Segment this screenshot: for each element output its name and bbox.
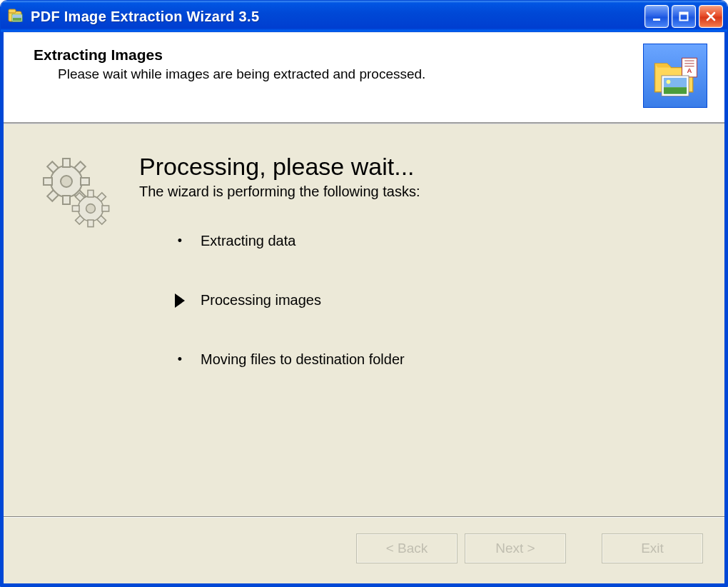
application-window: PDF Image Extraction Wizard 3.5 Extracti…	[0, 0, 728, 587]
gears-icon	[39, 153, 118, 503]
svg-rect-18	[81, 178, 89, 185]
svg-point-13	[667, 80, 671, 84]
wizard-header: Extracting Images Please wait while imag…	[4, 32, 724, 123]
svg-rect-3	[13, 18, 21, 21]
svg-rect-26	[88, 220, 93, 227]
processing-title: Processing, please wait...	[139, 153, 696, 181]
svg-rect-16	[63, 196, 70, 204]
app-icon	[6, 7, 25, 26]
task-item: • Extracting data	[175, 233, 696, 249]
exit-button[interactable]: Exit	[602, 533, 703, 563]
folder-image-icon: A	[643, 44, 707, 108]
svg-rect-28	[102, 206, 109, 211]
current-arrow-icon	[175, 294, 185, 308]
window-title: PDF Image Extraction Wizard 3.5	[31, 9, 644, 25]
svg-rect-4	[13, 15, 21, 18]
processing-subtitle: The wizard is performing the following t…	[139, 184, 696, 200]
task-label: Processing images	[201, 292, 321, 308]
svg-rect-7	[680, 13, 688, 15]
wizard-content: Processing, please wait... The wizard is…	[4, 124, 724, 517]
bullet-icon: •	[175, 234, 185, 249]
header-title: Extracting Images	[34, 46, 635, 64]
minimize-button[interactable]	[644, 5, 669, 28]
header-subtitle: Please wait while images are being extra…	[58, 66, 635, 82]
bullet-icon: •	[175, 352, 185, 367]
task-label: Moving files to destination folder	[201, 351, 405, 368]
wizard-footer: < Back Next > Exit	[4, 517, 724, 583]
task-list: • Extracting data Processing images • Mo…	[139, 233, 696, 368]
client-area: Extracting Images Please wait while imag…	[1, 32, 727, 586]
svg-rect-17	[44, 178, 52, 185]
maximize-button[interactable]	[672, 5, 696, 28]
svg-rect-27	[72, 206, 79, 211]
task-item-current: Processing images	[175, 292, 696, 308]
task-label: Extracting data	[201, 233, 295, 249]
svg-rect-25	[88, 190, 93, 197]
svg-rect-5	[653, 19, 660, 21]
svg-point-23	[61, 176, 72, 187]
back-button[interactable]: < Back	[356, 533, 457, 563]
svg-rect-1	[9, 9, 16, 13]
task-item: • Moving files to destination folder	[175, 351, 696, 368]
title-bar[interactable]: PDF Image Extraction Wizard 3.5	[1, 1, 727, 32]
next-button[interactable]: Next >	[465, 533, 566, 563]
close-button[interactable]	[699, 5, 723, 28]
svg-rect-15	[63, 159, 70, 167]
window-controls	[644, 5, 723, 28]
svg-rect-12	[664, 87, 687, 94]
svg-text:A: A	[687, 66, 692, 74]
svg-point-33	[86, 204, 96, 214]
